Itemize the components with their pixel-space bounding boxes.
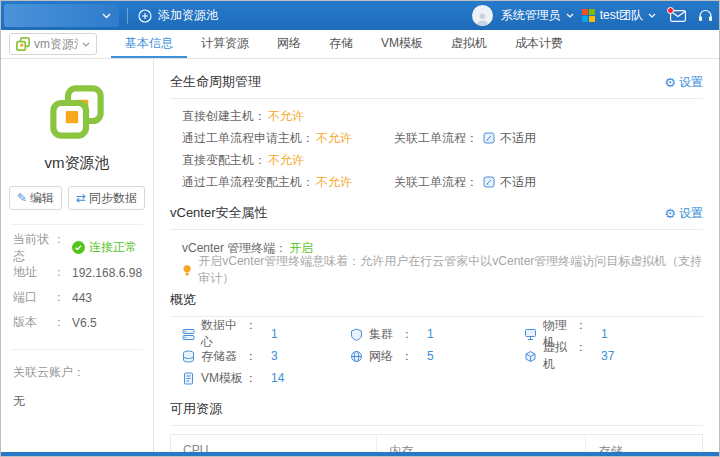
messages-button[interactable]: [670, 10, 686, 22]
tab-cost-billing[interactable]: 成本计费: [501, 30, 577, 58]
tabs: 基本信息 计算资源 网络 存储 VM模板 虚拟机 成本计费: [111, 30, 577, 58]
gear-icon: ⚙: [664, 206, 676, 221]
address-value: 192.168.6.98: [72, 266, 142, 280]
memory-resource-card: 内存 可用: 6.81GB 已用: 25.08GB: [376, 435, 585, 452]
virtual-machine-icon: [524, 350, 537, 363]
main-content: 全生命周期管理 ⚙ 设置 直接创建主机：不允许 通过工单流程申请主机：不允许 关…: [154, 59, 719, 452]
lifecycle-row: 通过工单流程变配主机：不允许 关联工单流程： 不适用: [182, 171, 703, 193]
topbar-divider: [127, 8, 128, 24]
stat-cluster: 集群： 1: [350, 323, 524, 345]
physical-machine-icon: [524, 328, 537, 341]
overview-section: 概览 数据中心： 1 存储器： 3: [170, 291, 703, 389]
edit-icon: ✎: [17, 191, 27, 205]
workspace-dropdown[interactable]: [4, 4, 119, 27]
storage-resource-card: 存储 可用: 745.26GB 已用: 4.99TB: [585, 435, 719, 452]
version-row: 版本： V6.5: [13, 310, 141, 335]
add-resource-pool-button[interactable]: 添加资源池: [138, 7, 218, 24]
check-circle-icon: [72, 241, 85, 254]
workflow-doc-icon: [483, 176, 495, 188]
storage-card-title: 存储: [598, 443, 719, 452]
resource-pool-icon: [16, 37, 30, 51]
security-section: vCenter安全属性 ⚙ 设置 vCenter 管理终端： 开启 开启vCen…: [170, 204, 703, 280]
datacenter-icon: [182, 328, 195, 341]
status-badge: 连接正常: [72, 239, 137, 256]
cluster-icon: [350, 328, 363, 341]
gear-icon: ⚙: [664, 75, 676, 90]
headset-icon: [698, 9, 713, 23]
pool-selector-value: vm资源池: [34, 36, 78, 53]
notification-badge: [667, 7, 674, 14]
lifecycle-settings-link[interactable]: ⚙ 设置: [664, 74, 703, 91]
sidebar: vm资源池 ✎ 编辑 ⇄ 同步数据 当前状态： 连接正常: [1, 59, 154, 452]
bottom-accent-bar: [1, 452, 719, 456]
support-button[interactable]: [698, 9, 713, 23]
security-settings-link[interactable]: ⚙ 设置: [664, 205, 703, 222]
stat-storage-device: 存储器： 3: [182, 345, 350, 367]
workflow-doc-icon: [483, 132, 495, 144]
stat-datacenter: 数据中心： 1: [182, 323, 350, 345]
tab-virtual-machine[interactable]: 虚拟机: [437, 30, 501, 58]
tabbar: vm资源池 基本信息 计算资源 网络 存储 VM模板 虚拟机 成本计费: [1, 30, 719, 59]
sync-data-button[interactable]: ⇄ 同步数据: [68, 186, 145, 210]
bulb-icon: [182, 264, 192, 277]
tab-basic-info[interactable]: 基本信息: [111, 30, 187, 58]
pool-info: 当前状态： 连接正常 地址： 192.168.6.98 端口： 443 版本：: [1, 225, 153, 335]
lifecycle-section: 全生命周期管理 ⚙ 设置 直接创建主机：不允许 通过工单流程申请主机：不允许 关…: [170, 73, 703, 193]
terminal-tip: 开启vCenter管理终端意味着：允许用户在行云管家中以vCenter管理终端访…: [182, 260, 703, 280]
pool-name: vm资源池: [1, 154, 153, 173]
team-menu[interactable]: test团队: [582, 7, 656, 24]
team-name: test团队: [600, 7, 643, 24]
address-row: 地址： 192.168.6.98: [13, 260, 141, 285]
chevron-down-icon: [102, 13, 111, 19]
port-value: 443: [72, 291, 92, 305]
resource-pool-logo-icon: [50, 85, 104, 142]
app-window: 添加资源池 系统管理员 test团队: [0, 0, 720, 457]
edit-button[interactable]: ✎ 编辑: [9, 186, 62, 210]
resources-title: 可用资源: [170, 400, 222, 418]
port-row: 端口： 443: [13, 285, 141, 310]
tab-network[interactable]: 网络: [263, 30, 315, 58]
tab-compute-resources[interactable]: 计算资源: [187, 30, 263, 58]
lifecycle-row: 直接创建主机：不允许: [182, 105, 703, 127]
status-row: 当前状态： 连接正常: [13, 235, 141, 260]
stat-network: 网络： 5: [350, 345, 524, 367]
cloud-account-label: 关联云账户：: [1, 350, 153, 381]
cpu-resource-card: CPU CPU 可用: 12.29GHz 已用: 2.11GHz: [171, 435, 376, 452]
resources-section: 可用资源 CPU CPU 可用: 12.29GHz: [170, 400, 703, 452]
tab-storage[interactable]: 存储: [315, 30, 367, 58]
security-title: vCenter安全属性: [170, 204, 268, 222]
pool-selector[interactable]: vm资源池: [9, 33, 97, 55]
add-resource-pool-label: 添加资源池: [158, 7, 218, 24]
memory-card-title: 内存: [389, 443, 573, 452]
lifecycle-title: 全生命周期管理: [170, 73, 261, 91]
topbar: 添加资源池 系统管理员 test团队: [1, 1, 719, 30]
overview-title: 概览: [170, 291, 196, 309]
avatar[interactable]: [472, 5, 493, 26]
sync-icon: ⇄: [76, 191, 86, 205]
tab-vm-template[interactable]: VM模板: [367, 30, 437, 58]
chevron-down-icon: [648, 13, 656, 18]
storage-device-icon: [182, 350, 195, 363]
chevron-down-icon: [82, 42, 90, 47]
plus-circle-icon: [138, 9, 152, 23]
vm-template-icon: [182, 372, 195, 385]
user-name: 系统管理员: [501, 7, 561, 24]
lifecycle-row: 直接变配主机：不允许: [182, 149, 703, 171]
network-icon: [350, 350, 363, 363]
version-value: V6.5: [72, 316, 97, 330]
lifecycle-row: 通过工单流程申请主机：不允许 关联工单流程： 不适用: [182, 127, 703, 149]
cloud-account-value: 无: [1, 381, 153, 410]
team-grid-icon: [582, 9, 595, 22]
cpu-card-title: CPU: [183, 443, 364, 452]
user-menu[interactable]: 系统管理员: [501, 7, 574, 24]
stat-vm-template: VM模板： 14: [182, 367, 350, 389]
stat-virtual-machine: 虚拟机： 37: [524, 345, 703, 367]
user-icon: [475, 11, 490, 26]
chevron-down-icon: [566, 13, 574, 18]
